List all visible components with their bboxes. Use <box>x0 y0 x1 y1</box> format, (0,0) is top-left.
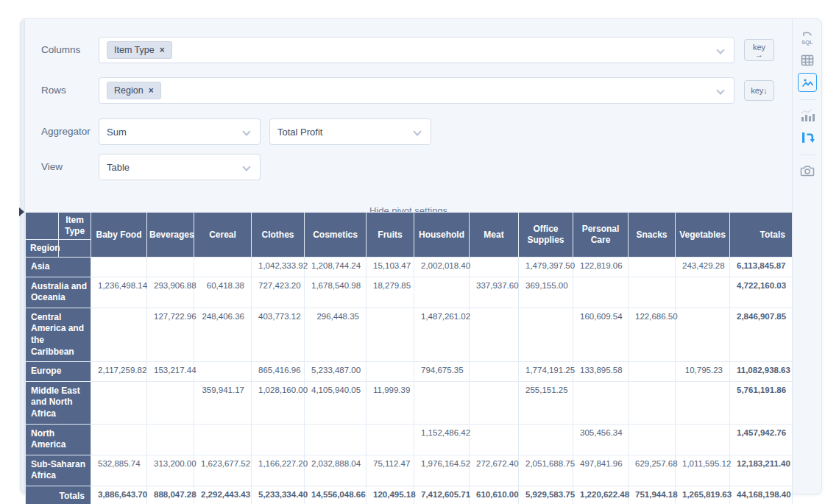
pivot-value-cell <box>147 381 194 424</box>
pivot-totals-row-label: Totals <box>26 486 91 504</box>
pivot-value-cell: 255,151.25 <box>519 381 573 424</box>
pivot-value-cell: 127,722.96 <box>147 308 194 361</box>
pivot-totals-row: Totals3,886,643.70888,047.282,292,443.43… <box>26 486 793 504</box>
remove-rows-tag-icon[interactable]: × <box>149 86 154 95</box>
pivot-value-cell <box>147 424 194 455</box>
pivot-column-header: Vegetables <box>676 213 730 258</box>
pivot-column-header: Clothes <box>252 213 305 258</box>
pivot-data-row: Central America and the Caribbean127,722… <box>26 308 793 361</box>
columns-tag[interactable]: Item Type × <box>107 41 172 59</box>
pivot-value-cell: 2,117,259.82 <box>91 362 147 382</box>
rows-sort-key-button[interactable]: key↓ <box>744 80 774 101</box>
pivot-column-total-cell: 5,929,583.75 <box>519 486 573 504</box>
aggregator-select[interactable]: Sum <box>99 118 261 145</box>
pivot-value-cell: 1,976,164.52 <box>414 455 470 486</box>
pivot-value-cell: 15,103.47 <box>367 258 414 277</box>
pivot-row-total-cell: 4,722,160.03 <box>730 277 793 308</box>
pivot-value-cell <box>519 308 573 361</box>
sidebar-divider <box>799 155 815 155</box>
pivot-value-cell: 305,456.34 <box>573 424 629 455</box>
rows-select[interactable]: Region × <box>99 77 734 104</box>
table-grid-icon[interactable] <box>798 51 817 70</box>
aggregator-field-select[interactable]: Total Profit <box>269 118 431 145</box>
bar-chart-icon[interactable] <box>798 106 817 125</box>
pivot-row-label: Middle East and North Africa <box>26 381 91 424</box>
pivot-col-axis-label: Item Type <box>59 213 91 240</box>
rows-tag[interactable]: Region × <box>107 82 161 99</box>
pivot-value-cell: 60,418.38 <box>194 277 252 308</box>
pivot-column-header: Household <box>414 213 470 258</box>
aggregator-label: Aggregator <box>41 126 91 137</box>
columns-label: Columns <box>41 44 80 55</box>
pivot-value-cell: 359,941.17 <box>194 381 252 424</box>
arrow-right-icon: → <box>745 51 773 59</box>
pivot-column-header: Beverages <box>147 213 194 258</box>
chart-image-icon[interactable] <box>798 73 817 92</box>
pivot-value-cell: 153,217.44 <box>147 362 194 382</box>
view-select[interactable]: Table <box>99 154 261 180</box>
pivot-value-cell <box>305 424 367 455</box>
pivot-icon[interactable] <box>798 128 817 147</box>
pivot-value-cell <box>676 381 730 424</box>
expand-panel-arrow-icon[interactable] <box>19 207 24 216</box>
pivot-value-cell <box>367 424 414 455</box>
view-label: View <box>41 161 63 172</box>
camera-icon[interactable] <box>798 161 817 180</box>
pivot-value-cell <box>414 277 470 308</box>
pivot-value-cell: 1,042,333.92 <box>252 258 305 277</box>
pivot-column-total-cell: 2,292,443.43 <box>194 486 252 504</box>
pivot-value-cell: 532,885.74 <box>91 455 147 486</box>
pivot-value-cell: 1,479,397.50 <box>519 258 573 277</box>
columns-select[interactable]: Item Type × <box>99 37 734 63</box>
aggregator-field-value: Total Profit <box>277 127 322 138</box>
pivot-value-cell <box>629 381 676 424</box>
view-value: Table <box>107 162 130 173</box>
pivot-column-total-cell: 5,233,334.40 <box>252 486 305 504</box>
pivot-row-axis-label: Region <box>26 240 59 258</box>
pivot-row-total-cell: 6,113,845.87 <box>730 258 793 277</box>
pivot-column-total-cell: 751,944.18 <box>629 486 676 504</box>
pivot-value-cell: 122,819.06 <box>573 258 629 277</box>
pivot-value-cell <box>676 277 730 308</box>
chevron-down-icon <box>716 86 724 94</box>
pivot-row-label: Australia and Oceania <box>26 277 91 308</box>
chevron-down-icon <box>716 46 724 54</box>
pivot-value-cell <box>194 424 252 455</box>
pivot-value-cell: 1,487,261.02 <box>414 308 470 361</box>
pivot-value-cell: 1,623,677.52 <box>194 455 252 486</box>
columns-sort-key-button[interactable]: key → <box>744 39 774 61</box>
visualization-sidebar: SQL <box>792 19 821 494</box>
pivot-value-cell <box>470 258 519 277</box>
remove-columns-tag-icon[interactable]: × <box>160 46 165 54</box>
sql-icon[interactable]: SQL <box>798 29 817 48</box>
pivot-column-total-cell: 3,886,643.70 <box>91 486 147 504</box>
pivot-value-cell <box>252 424 305 455</box>
pivot-value-cell: 10,795.23 <box>676 362 730 382</box>
pivot-value-cell: 296,448.35 <box>305 308 367 361</box>
pivot-value-cell: 1,236,498.14 <box>91 277 147 308</box>
pivot-column-total-cell: 14,556,048.66 <box>305 486 367 504</box>
pivot-value-cell <box>573 381 629 424</box>
pivot-row-total-cell: 2,846,907.85 <box>730 308 793 361</box>
pivot-value-cell: 1,166,227.20 <box>252 455 305 486</box>
pivot-value-cell: 272,672.40 <box>470 455 519 486</box>
pivot-value-cell <box>629 277 676 308</box>
pivot-row-total-cell: 1,457,942.76 <box>730 424 793 455</box>
sidebar-divider <box>799 99 815 100</box>
pivot-value-cell <box>91 258 147 277</box>
pivot-value-cell <box>91 381 147 424</box>
pivot-data-row: Sub-Saharan Africa532,885.74313,200.001,… <box>26 455 793 486</box>
pivot-value-cell <box>629 424 676 455</box>
pivot-data-row: Asia1,042,333.921,208,744.2415,103.472,0… <box>26 258 793 277</box>
chevron-down-icon <box>242 127 250 135</box>
pivot-column-header: Cosmetics <box>305 213 367 258</box>
pivot-value-cell: 2,002,018.40 <box>414 258 470 277</box>
pivot-value-cell <box>414 381 470 424</box>
pivot-value-cell <box>629 258 676 277</box>
pivot-settings-card: Columns Item Type × key → Rows Region × … <box>20 18 822 494</box>
pivot-corner-cell <box>26 213 59 240</box>
pivot-value-cell: 122,686.50 <box>629 308 676 361</box>
pivot-column-header: Snacks <box>629 213 676 258</box>
pivot-column-total-cell: 1,265,819.63 <box>676 486 730 504</box>
pivot-table: Item TypeBaby FoodBeveragesCerealClothes… <box>25 212 793 504</box>
